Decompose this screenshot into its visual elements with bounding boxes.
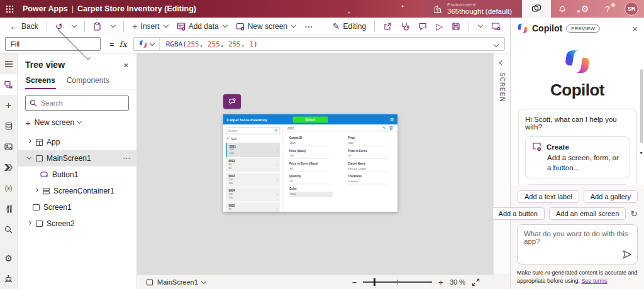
trash-icon[interactable] <box>389 126 393 130</box>
refresh-suggestions-icon[interactable]: ↻ <box>630 209 638 219</box>
publish-button[interactable] <box>487 19 505 34</box>
zoom-in-button[interactable]: + <box>438 278 443 287</box>
back-button[interactable]: ← Back <box>5 19 43 34</box>
property-selector[interactable]: Fill <box>5 37 101 51</box>
help-button[interactable]: ? <box>596 0 619 18</box>
see-terms-link[interactable]: See terms <box>582 278 608 284</box>
app-screen-preview[interactable]: Carpet Store Inventory Button ⚙ Search <box>223 114 397 212</box>
tree-item-app[interactable]: App <box>18 134 136 150</box>
brand-name[interactable]: Power Apps <box>23 4 68 13</box>
chip-add-gallery[interactable]: Add a gallery <box>584 190 638 203</box>
scroll-down-arrow[interactable]: ▼ <box>639 151 643 155</box>
tab-screens[interactable]: Screens <box>25 74 56 89</box>
zoom-slider-handle[interactable] <box>374 278 375 286</box>
form-field[interactable]: Price100 <box>348 136 391 146</box>
avatar[interactable]: SR <box>625 2 638 16</box>
command-overflow-button[interactable]: ⋯ <box>300 19 318 34</box>
environment-picker[interactable]: Environment 365thought (default) <box>423 0 522 18</box>
paste-button[interactable] <box>89 19 106 34</box>
tree-item-screen2[interactable]: Screen2 <box>18 215 136 232</box>
copilot-toggle-button[interactable] <box>522 0 551 18</box>
tree-search-box[interactable] <box>25 95 129 111</box>
formula-copilot-button[interactable] <box>134 38 160 50</box>
rail-virtual-agent-button[interactable] <box>0 268 17 289</box>
properties-panel-collapsed[interactable]: SCREEN <box>493 53 510 275</box>
rail-data-button[interactable] <box>0 116 17 136</box>
tree-item-screencontainer1[interactable]: ScreenContainer1 <box>18 183 136 199</box>
form-field[interactable]: Price in Euros90 <box>348 149 391 158</box>
rail-settings-button[interactable]: ⚙ <box>0 248 17 268</box>
notifications-button[interactable] <box>551 0 574 18</box>
item-overflow-button[interactable]: ⋯ <box>123 154 136 163</box>
list-item[interactable]: 0004 150 150 › <box>226 187 280 201</box>
copilot-input-box[interactable] <box>517 224 638 264</box>
save-menu-button[interactable] <box>473 19 487 34</box>
form-field-selected[interactable]: ColorRed <box>289 187 333 197</box>
formula-expand-button[interactable] <box>494 40 504 48</box>
preview-play-button[interactable]: ▷ <box>431 19 447 34</box>
rail-power-automate-button[interactable] <box>0 157 17 178</box>
rail-advanced-tools-button[interactable] <box>0 199 17 219</box>
form-field[interactable]: Quantity10 <box>289 175 333 184</box>
form-field[interactable]: Carpet ID0001 <box>289 136 333 146</box>
rail-variables-button[interactable]: (x) <box>0 178 17 199</box>
rail-tree-view-button[interactable] <box>0 74 17 95</box>
form-field[interactable]: Price in Euros (Base)90 <box>289 162 333 172</box>
undo-menu-button[interactable] <box>67 19 80 34</box>
send-icon[interactable] <box>623 250 632 261</box>
form-field[interactable]: Thickness2 inches <box>348 175 391 184</box>
tab-components[interactable]: Components <box>66 74 110 89</box>
paste-menu-button[interactable] <box>106 19 119 34</box>
waffle-icon[interactable] <box>0 0 19 18</box>
settings-button[interactable]: ⚙ <box>574 0 596 18</box>
canvas-button1-control[interactable] <box>223 94 241 109</box>
new-screen-button[interactable]: New screen <box>231 19 300 34</box>
screen-selector[interactable]: MainScreen1 <box>146 278 206 286</box>
copilot-change-card[interactable]: Change <box>525 184 630 185</box>
formula-text[interactable]: RGBA(255, 255, 255, 1) <box>160 40 258 48</box>
copilot-input[interactable] <box>518 225 637 253</box>
comments-button[interactable] <box>414 19 431 34</box>
tree-search-input[interactable] <box>41 99 125 107</box>
copilot-create-card[interactable]: Create Add a screen, form, or a button..… <box>525 136 630 178</box>
tree-close-button[interactable]: × <box>123 60 129 70</box>
edit-pencil-icon[interactable]: ✎ <box>382 126 386 130</box>
list-item[interactable]: 0003 120 120 › <box>226 173 280 187</box>
fit-to-window-icon[interactable] <box>472 278 480 286</box>
preview-search-box[interactable]: Search <box>226 127 280 134</box>
editing-mode-button[interactable]: ✎ Editing <box>328 19 370 34</box>
list-item[interactable]: 0001 100 100 › <box>226 143 280 157</box>
preview-header[interactable]: Carpet Store Inventory Button ⚙ <box>223 114 397 124</box>
add-data-button[interactable]: Add data <box>172 19 231 34</box>
design-canvas[interactable]: Carpet Store Inventory Button ⚙ Search <box>137 53 493 275</box>
chip-add-email-screen[interactable]: Add an email screen <box>549 207 626 220</box>
rail-search-button[interactable] <box>0 219 17 240</box>
gear-icon[interactable]: ⚙ <box>390 117 394 123</box>
rail-insert-button[interactable]: + <box>0 95 17 116</box>
list-item[interactable]: 0002 90 90 › <box>226 158 280 172</box>
preview-detail-form[interactable]: 0001 ✎ <box>283 124 397 212</box>
preview-green-button[interactable]: Button <box>293 116 328 123</box>
preview-gallery[interactable]: Search + New <box>223 124 283 212</box>
rail-media-button[interactable] <box>0 136 17 157</box>
formula-input-box[interactable]: RGBA(255, 255, 255, 1) <box>133 37 505 51</box>
copilot-close-button[interactable]: × <box>632 24 638 33</box>
app-checker-button[interactable] <box>396 19 414 34</box>
tree-item-button1[interactable]: Button1 <box>18 166 136 183</box>
tree-new-screen-button[interactable]: + New screen <box>25 115 129 130</box>
chip-add-text-label[interactable]: Add a text label <box>518 190 579 203</box>
insert-button[interactable]: + Insert <box>128 19 172 34</box>
tree-item-screen1[interactable]: Screen1 <box>18 199 136 215</box>
list-item[interactable]: 0005 90 90 › <box>226 202 280 212</box>
save-button[interactable] <box>447 19 465 34</box>
form-field[interactable]: Price (Base)100 <box>289 149 333 158</box>
form-field[interactable]: Carpet NamePersian Carpet <box>348 162 391 172</box>
preview-new-button[interactable]: + New <box>227 136 279 141</box>
zoom-out-button[interactable]: − <box>352 278 357 287</box>
chip-add-button[interactable]: Add a button <box>492 207 545 220</box>
tree-item-mainscreen1[interactable]: MainScreen1 ⋯ <box>18 150 136 166</box>
rail-menu-button[interactable] <box>0 53 17 74</box>
copilot-scrollbar[interactable] <box>640 69 643 143</box>
zoom-slider[interactable] <box>363 281 432 283</box>
share-button[interactable] <box>379 19 396 34</box>
